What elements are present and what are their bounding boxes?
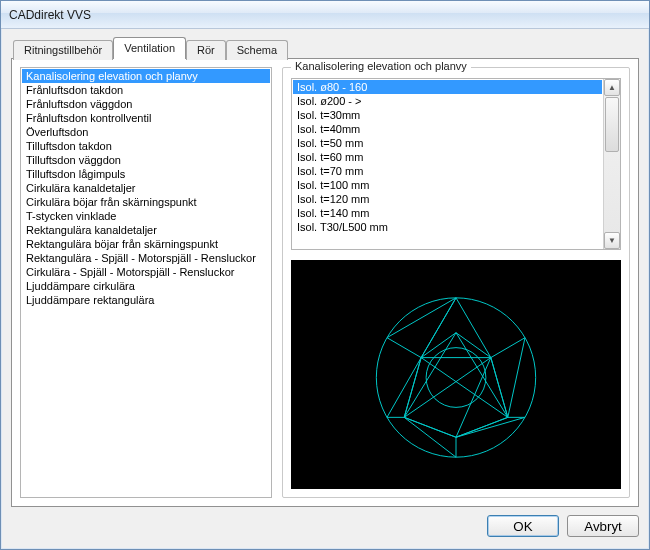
ok-button[interactable]: OK	[487, 515, 559, 537]
list-item[interactable]: Isol. ø80 - 160	[293, 80, 602, 94]
svg-marker-6	[387, 358, 421, 418]
category-listbox[interactable]: Kanalisolering elevation och planvyFrånl…	[20, 67, 272, 498]
scroll-track[interactable]	[604, 96, 620, 232]
list-item[interactable]: Isol. T30/L500 mm	[293, 220, 602, 234]
category-item[interactable]: Rektangulära - Spjäll - Motorspjäll - Re…	[22, 251, 270, 265]
item-listbox[interactable]: Isol. ø80 - 160Isol. ø200 - >Isol. t=30m…	[291, 78, 621, 250]
cad-preview	[291, 260, 621, 489]
app-window: CADdirekt VVS Ritningstillbehör Ventilat…	[0, 0, 650, 550]
list-item[interactable]: Isol. ø200 - >	[293, 94, 602, 108]
list-item[interactable]: Isol. t=50 mm	[293, 136, 602, 150]
tab-ventilation[interactable]: Ventilation	[113, 37, 186, 59]
svg-marker-4	[456, 417, 525, 437]
svg-marker-2	[421, 298, 491, 358]
category-item[interactable]: Rektangulära kanaldetaljer	[22, 223, 270, 237]
svg-line-13	[404, 333, 456, 418]
svg-marker-8	[404, 333, 508, 438]
scroll-down-button[interactable]: ▼	[604, 232, 620, 249]
scroll-thumb[interactable]	[605, 97, 619, 152]
titlebar[interactable]: CADdirekt VVS	[1, 1, 649, 29]
svg-line-10	[421, 358, 508, 418]
tab-page: Kanalisolering elevation och planvyFrånl…	[11, 58, 639, 507]
list-item[interactable]: Isol. t=40mm	[293, 122, 602, 136]
svg-marker-3	[491, 338, 525, 418]
category-item[interactable]: T-stycken vinklade	[22, 209, 270, 223]
detail-group: Kanalisolering elevation och planvy Isol…	[282, 67, 630, 498]
button-row: OK Avbryt	[11, 515, 639, 537]
svg-marker-7	[387, 298, 456, 358]
list-item[interactable]: Isol. t=60 mm	[293, 150, 602, 164]
list-item[interactable]: Isol. t=30mm	[293, 108, 602, 122]
tab-schema[interactable]: Schema	[226, 40, 288, 60]
preview-svg	[291, 260, 621, 489]
category-item[interactable]: Överluftsdon	[22, 125, 270, 139]
cancel-button[interactable]: Avbryt	[567, 515, 639, 537]
category-item[interactable]: Tilluftsdon lågimpuls	[22, 167, 270, 181]
svg-marker-5	[404, 417, 456, 457]
svg-point-1	[426, 348, 486, 408]
category-item[interactable]: Ljuddämpare rektangulära	[22, 293, 270, 307]
list-item[interactable]: Isol. t=140 mm	[293, 206, 602, 220]
category-item[interactable]: Frånluftsdon takdon	[22, 83, 270, 97]
category-item[interactable]: Frånluftsdon kontrollventil	[22, 111, 270, 125]
list-item[interactable]: Isol. t=120 mm	[293, 192, 602, 206]
category-item[interactable]: Rektangulära böjar från skärningspunkt	[22, 237, 270, 251]
category-item[interactable]: Cirkulära böjar från skärningspunkt	[22, 195, 270, 209]
detail-panel: Kanalisolering elevation och planvy Isol…	[282, 67, 630, 498]
list-item[interactable]: Isol. t=100 mm	[293, 178, 602, 192]
window-title: CADdirekt VVS	[9, 8, 91, 22]
group-title: Kanalisolering elevation och planvy	[291, 60, 471, 72]
category-item[interactable]: Tilluftsdon takdon	[22, 139, 270, 153]
svg-point-0	[376, 298, 535, 457]
tab-row: Ritningstillbehör Ventilation Rör Schema	[11, 37, 639, 59]
vertical-scrollbar[interactable]: ▲ ▼	[603, 79, 620, 249]
svg-line-12	[456, 333, 508, 418]
category-item[interactable]: Cirkulära kanaldetaljer	[22, 181, 270, 195]
list-item[interactable]: Isol. t=70 mm	[293, 164, 602, 178]
category-item[interactable]: Ljuddämpare cirkulära	[22, 279, 270, 293]
tab-ritningstillbehor[interactable]: Ritningstillbehör	[13, 40, 113, 60]
tab-ror[interactable]: Rör	[186, 40, 226, 60]
category-item[interactable]: Cirkulära - Spjäll - Motorspjäll - Rensl…	[22, 265, 270, 279]
category-item[interactable]: Kanalisolering elevation och planvy	[22, 69, 270, 83]
client-area: Ritningstillbehör Ventilation Rör Schema…	[1, 29, 649, 549]
category-item[interactable]: Frånluftsdon väggdon	[22, 97, 270, 111]
scroll-up-button[interactable]: ▲	[604, 79, 620, 96]
category-item[interactable]: Tilluftsdon väggdon	[22, 153, 270, 167]
